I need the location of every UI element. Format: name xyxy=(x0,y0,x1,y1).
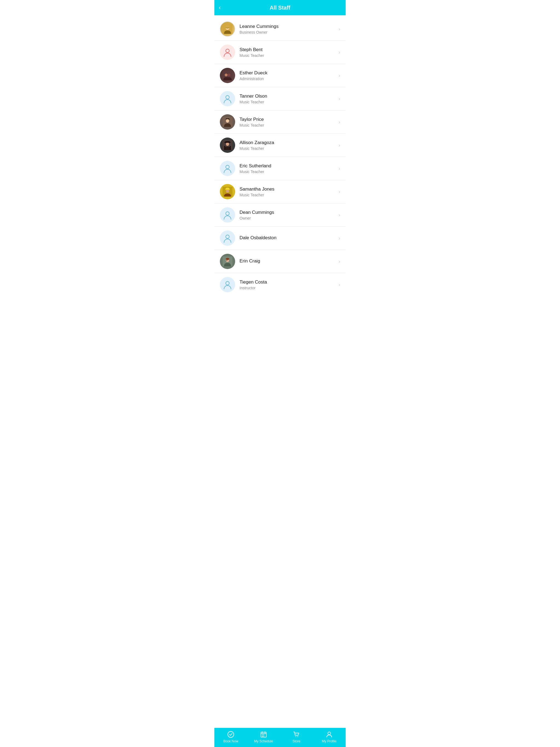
staff-role: Instructor xyxy=(239,286,336,290)
staff-name: Allison Zaragoza xyxy=(239,140,336,146)
staff-role: Music Teacher xyxy=(239,123,336,127)
svg-point-14 xyxy=(226,165,229,169)
svg-point-19 xyxy=(226,212,229,215)
chevron-right-icon: › xyxy=(338,235,340,241)
nav-item-store[interactable]: Store xyxy=(280,730,313,743)
svg-point-20 xyxy=(226,235,229,238)
staff-name: Leanne Cummings xyxy=(239,24,336,29)
svg-point-23 xyxy=(226,258,229,260)
svg-point-37 xyxy=(328,732,331,735)
chevron-right-icon: › xyxy=(338,189,340,195)
staff-info: Steph Bent Music Teacher xyxy=(239,47,336,58)
avatar xyxy=(220,137,235,153)
staff-name: Samantha Jones xyxy=(239,186,336,192)
avatar xyxy=(220,277,235,292)
staff-name: Tanner Olson xyxy=(239,94,336,99)
staff-item[interactable]: Dean Cummings Owner › xyxy=(214,203,346,227)
bottom-navigation: Book Now My Schedule Store xyxy=(214,728,346,747)
staff-role: Administration xyxy=(239,77,336,81)
staff-info: Esther Dueck Administration xyxy=(239,70,336,81)
staff-item[interactable]: Eric Sutherland Music Teacher › xyxy=(214,157,346,180)
staff-role: Music Teacher xyxy=(239,193,336,197)
nav-item-book[interactable]: Book Now xyxy=(214,730,247,743)
svg-point-35 xyxy=(296,736,297,737)
staff-list: Leanne Cummings Business Owner › Steph B… xyxy=(214,15,346,728)
svg-rect-12 xyxy=(224,146,225,150)
svg-point-36 xyxy=(298,736,298,737)
avatar xyxy=(220,161,235,176)
avatar xyxy=(220,21,235,36)
svg-point-6 xyxy=(228,74,230,76)
chevron-right-icon: › xyxy=(338,119,340,125)
svg-point-18 xyxy=(226,187,229,189)
chevron-right-icon: › xyxy=(338,166,340,172)
calendar-icon xyxy=(260,730,268,738)
chevron-right-icon: › xyxy=(338,50,340,55)
chevron-right-icon: › xyxy=(338,73,340,78)
avatar xyxy=(220,91,235,106)
staff-name: Dean Cummings xyxy=(239,210,336,215)
staff-name: Dale Osbaldeston xyxy=(239,235,336,241)
nav-label-schedule: My Schedule xyxy=(254,739,273,743)
nav-label-book: Book Now xyxy=(223,739,238,743)
staff-name: Tiegen Costa xyxy=(239,279,336,285)
svg-rect-13 xyxy=(230,146,230,150)
chevron-right-icon: › xyxy=(338,282,340,288)
staff-name: Erin Craig xyxy=(239,258,336,264)
staff-item[interactable]: Dale Osbaldeston › xyxy=(214,227,346,250)
svg-point-9 xyxy=(226,119,229,123)
svg-rect-32 xyxy=(263,735,264,735)
staff-info: Samantha Jones Music Teacher xyxy=(239,186,336,197)
svg-point-5 xyxy=(225,74,228,76)
staff-name: Steph Bent xyxy=(239,47,336,52)
staff-item[interactable]: Steph Bent Music Teacher › xyxy=(214,41,346,64)
staff-info: Tanner Olson Music Teacher xyxy=(239,94,336,104)
avatar xyxy=(220,184,235,199)
staff-item[interactable]: Samantha Jones Music Teacher › xyxy=(214,180,346,203)
staff-name: Taylor Price xyxy=(239,117,336,122)
nav-item-schedule[interactable]: My Schedule xyxy=(247,730,280,743)
staff-role: Business Owner xyxy=(239,30,336,34)
avatar xyxy=(220,45,235,60)
svg-point-7 xyxy=(226,96,229,99)
nav-item-profile[interactable]: My Profile xyxy=(313,730,346,743)
svg-point-11 xyxy=(226,143,229,146)
header: ‹ All Staff xyxy=(214,0,346,15)
staff-info: Dale Osbaldeston xyxy=(239,235,336,241)
staff-item[interactable]: Tanner Olson Music Teacher › xyxy=(214,87,346,110)
svg-rect-33 xyxy=(262,736,263,737)
avatar xyxy=(220,114,235,130)
svg-point-3 xyxy=(226,49,229,52)
staff-info: Dean Cummings Owner xyxy=(239,210,336,221)
check-circle-icon xyxy=(227,730,235,738)
back-button[interactable]: ‹ xyxy=(219,4,221,11)
staff-role: Owner xyxy=(239,216,336,221)
avatar xyxy=(220,68,235,83)
nav-label-store: Store xyxy=(292,739,301,743)
staff-item[interactable]: Esther Dueck Administration › xyxy=(214,64,346,87)
svg-point-24 xyxy=(226,260,227,261)
staff-info: Tiegen Costa Instructor xyxy=(239,279,336,290)
staff-item[interactable]: Allison Zaragoza Music Teacher › xyxy=(214,134,346,157)
staff-info: Erin Craig xyxy=(239,258,336,265)
staff-role: Music Teacher xyxy=(239,53,336,58)
staff-name: Esther Dueck xyxy=(239,70,336,76)
avatar xyxy=(220,207,235,223)
cart-icon xyxy=(292,730,300,738)
nav-label-profile: My Profile xyxy=(322,739,336,743)
person-icon xyxy=(325,730,333,738)
staff-info: Taylor Price Music Teacher xyxy=(239,117,336,127)
svg-point-25 xyxy=(226,281,229,285)
staff-name: Eric Sutherland xyxy=(239,163,336,169)
staff-item[interactable]: Erin Craig › xyxy=(214,250,346,273)
chevron-right-icon: › xyxy=(338,96,340,102)
chevron-right-icon: › xyxy=(338,212,340,218)
chevron-right-icon: › xyxy=(338,26,340,32)
staff-role: Music Teacher xyxy=(239,146,336,151)
staff-item[interactable]: Taylor Price Music Teacher › xyxy=(214,110,346,134)
staff-role: Music Teacher xyxy=(239,170,336,174)
staff-item[interactable]: Leanne Cummings Business Owner › xyxy=(214,18,346,41)
avatar xyxy=(220,231,235,246)
staff-item[interactable]: Tiegen Costa Instructor › xyxy=(214,273,346,296)
svg-rect-31 xyxy=(262,735,263,735)
